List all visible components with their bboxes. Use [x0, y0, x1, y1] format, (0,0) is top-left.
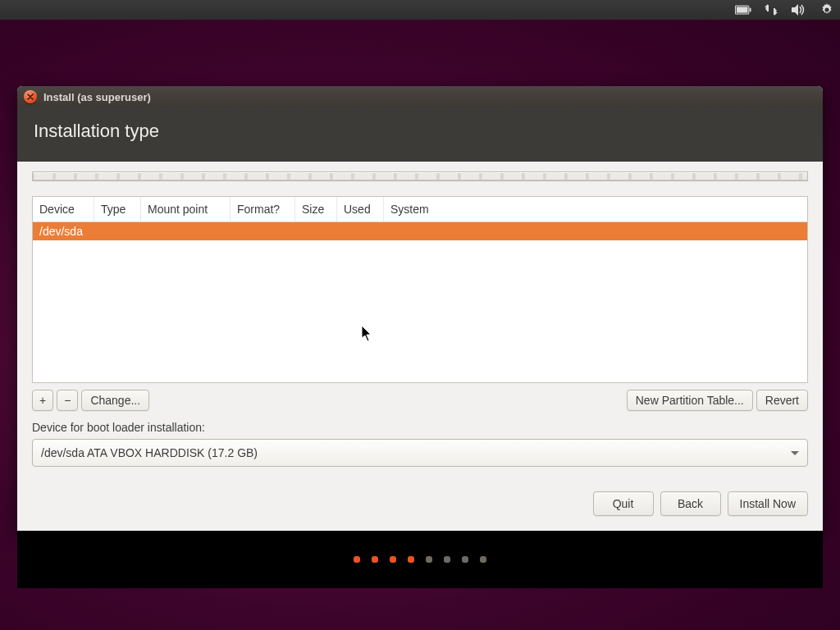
pager-dot[interactable]	[372, 556, 378, 563]
pager-dot[interactable]	[354, 556, 360, 563]
partition-usage-strip[interactable]	[32, 171, 808, 181]
table-body[interactable]: /dev/sda	[33, 222, 807, 382]
window-title: Install (as superuser)	[43, 91, 151, 103]
footer-buttons: Quit Back Install Now	[32, 491, 808, 516]
pager-strip	[17, 531, 823, 588]
quit-button[interactable]: Quit	[593, 491, 654, 516]
network-icon[interactable]	[763, 2, 779, 17]
install-now-button[interactable]: Install Now	[728, 491, 808, 516]
add-partition-button[interactable]: +	[32, 390, 53, 411]
svg-marker-6	[774, 12, 778, 16]
svg-marker-5	[765, 4, 768, 7]
table-row[interactable]: /dev/sda	[33, 222, 807, 240]
revert-button[interactable]: Revert	[756, 390, 808, 411]
change-partition-button[interactable]: Change...	[81, 390, 149, 411]
bootloader-label: Device for boot loader installation:	[32, 421, 808, 434]
installer-window: Install (as superuser) Installation type…	[17, 86, 823, 531]
volume-icon[interactable]	[791, 2, 807, 17]
col-mount[interactable]: Mount point	[141, 197, 231, 221]
window-titlebar[interactable]: Install (as superuser)	[17, 86, 823, 107]
pager-dot[interactable]	[480, 556, 486, 563]
pager-dot[interactable]	[426, 556, 432, 563]
col-device[interactable]: Device	[33, 197, 94, 221]
partition-toolbar: + − Change... New Partition Table... Rev…	[32, 390, 808, 411]
pager-dot[interactable]	[390, 556, 396, 563]
svg-rect-2	[737, 7, 748, 12]
content-area: Device Type Mount point Format? Size Use…	[17, 162, 823, 531]
svg-point-8	[825, 8, 829, 12]
gear-icon[interactable]	[819, 2, 835, 17]
chevron-down-icon	[791, 451, 799, 455]
table-header[interactable]: Device Type Mount point Format? Size Use…	[33, 197, 807, 222]
pager-dot[interactable]	[408, 556, 414, 563]
col-system[interactable]: System	[384, 197, 807, 221]
remove-partition-button[interactable]: −	[57, 390, 78, 411]
bootloader-combo[interactable]: /dev/sda ATA VBOX HARDDISK (17.2 GB)	[32, 439, 808, 467]
page-heading: Installation type	[17, 107, 823, 162]
back-button[interactable]: Back	[660, 491, 721, 516]
col-size[interactable]: Size	[295, 197, 337, 221]
pager-dot[interactable]	[462, 556, 468, 563]
svg-rect-1	[750, 8, 751, 12]
cell-device: /dev/sda	[33, 222, 89, 240]
col-format[interactable]: Format?	[231, 197, 295, 221]
pager-dot[interactable]	[444, 556, 450, 563]
close-icon[interactable]	[24, 90, 37, 103]
partition-table[interactable]: Device Type Mount point Format? Size Use…	[32, 196, 808, 383]
bootloader-selected: /dev/sda ATA VBOX HARDDISK (17.2 GB)	[41, 446, 258, 459]
svg-marker-7	[792, 4, 798, 16]
col-used[interactable]: Used	[337, 197, 384, 221]
col-type[interactable]: Type	[94, 197, 141, 221]
new-partition-table-button[interactable]: New Partition Table...	[627, 390, 753, 411]
battery-icon[interactable]	[735, 2, 751, 17]
top-panel	[0, 0, 840, 20]
